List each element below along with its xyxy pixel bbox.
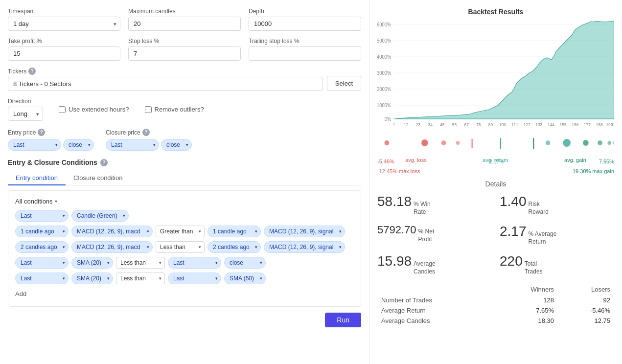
avg-return-label: % AverageReturn [529,230,557,246]
cond2-time2-select[interactable]: Last 1 candle ago 2 candles ago [207,241,261,253]
svg-text:56: 56 [452,122,457,127]
cond4-field2-select[interactable]: SMA (20) SMA (50) close [224,273,266,284]
cond4-field1-select[interactable]: SMA (20) SMA (50) close [71,273,113,284]
cond4-op-wrap[interactable]: Greater than Less than Equal to [116,273,165,284]
cond3-field1-wrap[interactable]: SMA (20) SMA (50) close [71,257,113,269]
cond4-op-select[interactable]: Greater than Less than Equal to [116,273,165,284]
entry-field-select[interactable]: close open high low [63,139,94,151]
cond4-time2-select[interactable]: Last 1 candle ago 2 candles ago [168,273,221,284]
entry-time-select[interactable]: Last 1 candle ago 2 candles ago [8,139,61,151]
cond3-time2-wrap[interactable]: Last 1 candle ago 2 candles ago [168,257,221,269]
closure-price-group: Closure price ? Last 1 candle ago 2 cand… [106,129,192,151]
cond1-time2-wrap[interactable]: Last 1 candle ago 2 candles ago [207,226,261,237]
svg-text:67: 67 [464,122,469,127]
entry-price-info-icon[interactable]: ? [38,129,45,136]
trailing-stop-input[interactable] [249,46,361,61]
total-trades-value: 220 [500,253,523,269]
tickers-input[interactable] [8,77,323,91]
cond2-field2-wrap[interactable]: MACD (12, 26, 9), macd MACD (12, 26, 9),… [264,241,345,253]
cond4-time1-select[interactable]: Last 1 candle ago 2 candles ago [15,273,69,284]
cond3-time1-wrap[interactable]: Last 1 candle ago 2 candles ago [15,257,69,269]
conditions-title: Entry & Closure Conditions [8,159,97,166]
cond2-time1-wrap[interactable]: Last 1 candle ago 2 candles ago [15,241,69,253]
cond1-time2-select[interactable]: Last 1 candle ago 2 candles ago [207,226,261,237]
conditions-section: Entry & Closure Conditions ? Entry condi… [8,159,361,307]
tab-entry[interactable]: Entry condition [8,171,66,185]
cond0-field-select[interactable]: Candle (Green) Candle (Red) close [71,210,129,222]
entry-price-label: Entry price ? [8,129,94,136]
take-profit-input[interactable] [8,46,120,61]
svg-text:0%: 0% [385,116,392,122]
svg-point-43 [583,140,589,146]
cond2-op-select[interactable]: Greater than Less than Equal to [156,241,205,253]
cond2-op-wrap[interactable]: Greater than Less than Equal to [156,241,205,253]
avg-candles-value: 15.98 [377,253,412,269]
tickers-info-icon[interactable]: ? [28,68,36,75]
avg-return-stat: 2.17 % AverageReturn [500,224,614,246]
risk-reward-value: 1.40 [500,194,527,209]
closure-price-selects: Last 1 candle ago 2 candles ago close op… [106,139,192,151]
cond2-field1-select[interactable]: MACD (12, 26, 9), macd MACD (12, 26, 9),… [71,241,153,253]
select-button[interactable]: Select [327,76,361,91]
closure-time-select[interactable]: Last 1 candle ago 2 candles ago [106,139,159,151]
row-losers: -5.46% [558,305,614,316]
cond3-time2-select[interactable]: Last 1 candle ago 2 candles ago [168,257,221,269]
cond1-time1-wrap[interactable]: Last 1 candle ago 2 candles ago [15,226,69,237]
svg-text:188: 188 [596,122,603,127]
cond4-field2-wrap[interactable]: SMA (20) SMA (50) close [224,273,266,284]
left-panel: Timespan 1 day 1 hour 4 hours 1 week Max… [0,0,369,364]
cond4-field1-wrap[interactable]: SMA (20) SMA (50) close [71,273,113,284]
cond3-op-select[interactable]: Greater than Less than Equal to [116,257,165,269]
cond0-field-wrap[interactable]: Candle (Green) Candle (Red) close [71,210,129,222]
cond1-field1-wrap[interactable]: MACD (12, 26, 9), macd MACD (12, 26, 9),… [71,226,153,237]
cond1-field2-select[interactable]: MACD (12, 26, 9), macd MACD (12, 26, 9),… [264,226,345,237]
direction-select-wrapper[interactable]: Long Short [8,107,43,121]
run-button[interactable]: Run [325,313,361,327]
add-condition-button[interactable]: Add [15,288,26,299]
avg-return-label: avg. return [483,157,508,163]
cond0-time-select[interactable]: Last 1 candle ago 2 candles ago [15,210,69,222]
cond1-field2-wrap[interactable]: MACD (12, 26, 9), macd MACD (12, 26, 9),… [264,226,345,237]
cond2-time1-select[interactable]: Last 1 candle ago 2 candles ago [15,241,69,253]
cond1-field1-select[interactable]: MACD (12, 26, 9), macd MACD (12, 26, 9),… [71,226,153,237]
all-conditions-button[interactable]: All conditions [15,198,57,205]
net-profit-label: % NetProfit [418,228,435,243]
entry-time-wrap[interactable]: Last 1 candle ago 2 candles ago [8,139,61,151]
max-candles-input[interactable] [128,17,241,31]
closure-time-wrap[interactable]: Last 1 candle ago 2 candles ago [106,139,159,151]
cond3-field2-wrap[interactable]: close open SMA (20) [224,257,266,269]
direction-select[interactable]: Long Short [8,107,43,121]
cond3-op-wrap[interactable]: Greater than Less than Equal to [116,257,165,269]
cond3-time1-select[interactable]: Last 1 candle ago 2 candles ago [15,257,69,269]
cond1-op-select[interactable]: Greater than Less than Equal to [156,226,205,237]
cond4-time1-wrap[interactable]: Last 1 candle ago 2 candles ago [15,273,69,284]
timespan-select[interactable]: 1 day 1 hour 4 hours 1 week [8,17,120,31]
timespan-select-wrapper[interactable]: 1 day 1 hour 4 hours 1 week [8,17,120,31]
cond1-op-wrap[interactable]: Greater than Less than Equal to [156,226,205,237]
tab-closure[interactable]: Closure condition [66,171,130,185]
depth-input[interactable] [249,17,361,31]
cond2-field2-select[interactable]: MACD (12, 26, 9), macd MACD (12, 26, 9),… [264,241,345,253]
avg-gain-label: avg. gain [564,157,586,163]
remove-outliers-checkbox[interactable] [145,106,152,113]
cond3-field1-select[interactable]: SMA (20) SMA (50) close [71,257,113,269]
cond4-time2-wrap[interactable]: Last 1 candle ago 2 candles ago [168,273,221,284]
entry-field-wrap[interactable]: close open high low [63,139,94,151]
conditions-info-icon[interactable]: ? [100,159,108,166]
stop-loss-input[interactable] [128,46,241,61]
row-winners: 18.30 [495,316,558,326]
svg-point-36 [441,140,446,145]
max-loss-label: -12.45% max loss [377,168,420,174]
cond2-time2-wrap[interactable]: Last 1 candle ago 2 candles ago [207,241,261,253]
cond1-time1-select[interactable]: Last 1 candle ago 2 candles ago [15,226,69,237]
closure-field-select[interactable]: close open high low [161,139,192,151]
svg-text:5000%: 5000% [377,38,392,44]
closure-field-wrap[interactable]: close open high low [161,139,192,151]
extended-hours-checkbox[interactable] [59,106,66,113]
cond3-field2-select[interactable]: close open SMA (20) [224,257,266,269]
cond0-time-wrap[interactable]: Last 1 candle ago 2 candles ago [15,210,69,222]
direction-label: Direction [8,98,43,105]
cond2-field1-wrap[interactable]: MACD (12, 26, 9), macd MACD (12, 26, 9),… [71,241,153,253]
closure-price-info-icon[interactable]: ? [142,129,150,136]
svg-point-35 [421,139,428,146]
